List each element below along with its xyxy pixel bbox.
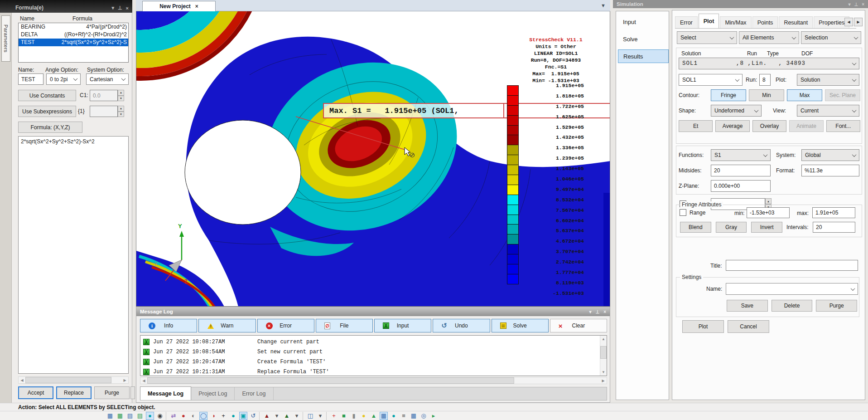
scrollbar-thumb[interactable]	[600, 346, 607, 359]
tab-new-project[interactable]: New Project ×	[142, 1, 216, 11]
toolbar-icon[interactable]: ▦	[380, 412, 388, 420]
log-filter-button[interactable]: Input	[374, 319, 431, 332]
contour-mode-button[interactable]: Fringe	[711, 89, 746, 101]
range-max-input[interactable]: 1.91e+05	[812, 207, 855, 218]
selection-filter-select[interactable]: Select	[677, 31, 737, 44]
simulation-nav-item[interactable]: Results	[618, 49, 669, 63]
functions-select[interactable]: S1	[711, 149, 771, 161]
formula-xyz-button[interactable]: Formula: (X,Y,Z)	[18, 122, 82, 133]
display-tool-button[interactable]: Animate	[789, 120, 823, 132]
name-input[interactable]: TEST	[18, 73, 43, 85]
c1-stepper[interactable]: ▲▼	[118, 90, 124, 101]
message-log-header[interactable]: Message Log	[136, 307, 610, 316]
zplane-input[interactable]: 0.000e+00	[711, 180, 771, 192]
table-row[interactable]: BEARING 4*Pa/(pi*Drod^2)	[19, 23, 128, 31]
format-input[interactable]: %11.3e	[801, 165, 859, 176]
toolbar-icon[interactable]: ▮	[350, 412, 358, 420]
range-checkbox[interactable]	[680, 209, 686, 216]
model-viewport[interactable]: Y X Z Max. S1 = 1.915e+05 (SOL1, StressC…	[136, 11, 610, 307]
log-filter-button[interactable]: Undo	[433, 319, 490, 332]
formula-action-button[interactable]: Accept	[18, 386, 53, 399]
toolbar-icon[interactable]: ◉	[156, 412, 164, 420]
results-tab[interactable]: Resultant	[779, 16, 813, 28]
scroll-right-icon[interactable]: ▶	[600, 377, 607, 384]
simulation-nav-item[interactable]: Input	[618, 15, 669, 29]
display-tool-button[interactable]: Average	[715, 120, 749, 132]
panel-header-icon[interactable]	[111, 5, 114, 11]
log-entry-row[interactable]: Jun 27 2022 10:20:47AM Create Formula 'T…	[140, 357, 607, 367]
log-filter-button[interactable]: Clear	[550, 319, 607, 332]
toolbar-icon[interactable]: ≡	[400, 412, 408, 420]
use-subexpressions-button[interactable]: Use Subexpressions	[18, 106, 76, 117]
solution-summary-select[interactable]: SOL1 ,8 ,Lin. , 34893	[679, 58, 859, 69]
toolbar-icon[interactable]: ▦	[410, 412, 418, 420]
plot-title-input[interactable]	[726, 260, 858, 271]
max-value-annotation[interactable]: Max. S1 = 1.915e+05 (SOL1,	[323, 103, 504, 118]
formula-action-button[interactable]: Replace	[56, 386, 92, 399]
panel-header-icon[interactable]	[118, 5, 122, 11]
log-filter-button[interactable]: File	[316, 319, 373, 332]
log-tab[interactable]: Error Log	[235, 387, 273, 400]
toolbar-icon[interactable]	[326, 412, 328, 420]
log-entry-row[interactable]: Jun 27 2022 10:08:27AM Change current pa…	[140, 337, 607, 347]
panel-header-icon[interactable]	[862, 2, 864, 7]
contour-mode-button[interactable]: Sec. Plane	[825, 89, 860, 101]
log-tab[interactable]: Message Log	[140, 386, 191, 400]
log-tab[interactable]: Project Log	[191, 387, 235, 400]
system-option-select[interactable]: Cartesian	[86, 73, 129, 85]
scroll-left-icon[interactable]: ◀	[140, 377, 147, 384]
log-entries-list[interactable]: Jun 27 2022 10:08:27AM Change current pa…	[140, 335, 607, 376]
toolbar-icon[interactable]: ⇄	[169, 412, 178, 420]
toolbar-icon[interactable]: ●	[146, 412, 154, 420]
settings-button[interactable]: Delete	[772, 300, 813, 312]
log-entry-row[interactable]: Jun 27 2022 10:08:54AM Set new current p…	[140, 347, 607, 357]
tab-list-dropdown-icon[interactable]: ▼	[601, 3, 606, 8]
toolbar-icon[interactable]: ▲	[263, 412, 271, 420]
formula-horizontal-scrollbar[interactable]: ◀ ▶	[18, 376, 129, 384]
log-filter-button[interactable]: Info	[140, 319, 197, 332]
view-select[interactable]: Current	[797, 105, 859, 117]
contour-mode-button[interactable]: Max	[787, 89, 822, 101]
scrollbar-thumb[interactable]	[25, 377, 111, 383]
system-select[interactable]: Global	[801, 149, 859, 161]
toolbar-icon[interactable]: ●	[390, 412, 398, 420]
toolbar-icon[interactable]: ↺	[249, 412, 257, 420]
toolbar-icon[interactable]	[303, 412, 304, 420]
toolbar-icon[interactable]: ●	[229, 412, 237, 420]
subexpression-stepper[interactable]: ▲▼	[118, 106, 124, 117]
intervals-input[interactable]: 20	[813, 222, 855, 233]
panel-header-icon[interactable]	[126, 5, 129, 11]
toolbar-icon[interactable]: ●	[360, 412, 368, 420]
panel-header-icon[interactable]	[589, 309, 591, 314]
fringe-style-button[interactable]: Blend	[680, 222, 711, 233]
toolbar-icon[interactable]: ●	[179, 412, 188, 420]
toolbar-icon[interactable]: ▣	[239, 412, 247, 420]
run-input[interactable]: 8	[759, 74, 771, 86]
solution-select[interactable]: SOL1	[679, 74, 743, 86]
scroll-right-icon[interactable]: ▶	[121, 377, 128, 383]
simulation-nav-item[interactable]: Solve	[618, 32, 669, 46]
display-tool-button[interactable]: Overlay	[752, 120, 786, 132]
panel-header-icon[interactable]	[848, 2, 850, 7]
midsides-input[interactable]: 20	[711, 165, 771, 176]
toolbar-icon[interactable]: +	[219, 412, 227, 420]
c1-input[interactable]: 0.0	[90, 90, 118, 101]
display-tool-button[interactable]: Et	[679, 120, 713, 132]
panel-header-icon[interactable]	[595, 309, 599, 314]
use-constants-button[interactable]: Use Constants	[18, 90, 76, 101]
log-horizontal-scrollbar[interactable]: ◀ ▶	[140, 377, 607, 384]
selection-filter-select[interactable]: All Elements	[739, 31, 799, 44]
scroll-up-icon[interactable]: ▲	[600, 336, 607, 342]
toolbar-icon[interactable]	[259, 412, 261, 420]
results-tab[interactable]: Points	[752, 16, 778, 28]
results-tab[interactable]: Error	[675, 16, 698, 28]
toolbar-icon[interactable]: ◯	[199, 412, 207, 420]
range-min-input[interactable]: -1.53e+03	[747, 207, 790, 218]
settings-button[interactable]: Save	[727, 300, 768, 312]
toolbar-icon[interactable]: ▤	[136, 412, 144, 420]
log-filter-button[interactable]: Error	[257, 319, 314, 332]
toolbar-icon[interactable]: ▤	[126, 412, 134, 420]
formula-action-button[interactable]: Purge	[94, 386, 130, 399]
toolbar-icon[interactable]: ◑	[209, 412, 217, 420]
display-tool-button[interactable]: Font...	[826, 120, 860, 132]
